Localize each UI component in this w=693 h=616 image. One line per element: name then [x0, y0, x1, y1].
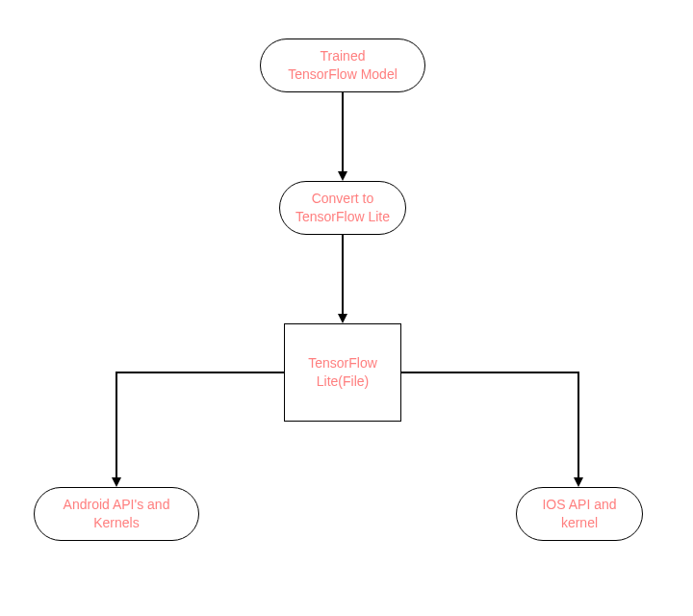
node-label: Convert to TensorFlow Lite: [295, 190, 390, 226]
node-ios-api: IOS API and kernel: [516, 487, 643, 541]
arrowhead-icon: [112, 477, 121, 487]
connector-right-horizontal: [401, 372, 579, 373]
arrowhead-icon: [574, 477, 583, 487]
node-android-api: Android API's and Kernels: [34, 487, 199, 541]
node-trained-model: Trained TensorFlow Model: [260, 38, 425, 92]
connector-left-horizontal: [116, 372, 284, 373]
node-label: TensorFlow Lite(File): [308, 354, 377, 391]
connector-right-vertical: [578, 372, 579, 477]
node-label: IOS API and kernel: [542, 496, 616, 532]
connector-left-vertical: [116, 372, 117, 477]
node-label: Trained TensorFlow Model: [288, 47, 398, 84]
arrowhead-icon: [338, 171, 347, 181]
arrow-convert-to-litefile: [342, 235, 344, 314]
node-tflite-file: TensorFlow Lite(File): [284, 323, 401, 422]
arrowhead-icon: [338, 314, 347, 323]
arrow-trained-to-convert: [342, 92, 344, 171]
node-convert-tflite: Convert to TensorFlow Lite: [279, 181, 406, 235]
node-label: Android API's and Kernels: [64, 496, 170, 532]
